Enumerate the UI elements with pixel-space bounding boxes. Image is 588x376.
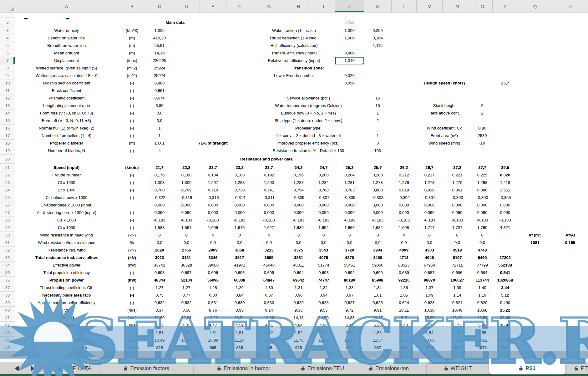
cell-Q23[interactable] xyxy=(518,179,552,186)
cell-Q11[interactable] xyxy=(518,87,552,94)
cell-K4[interactable]: 0,164 xyxy=(364,34,392,42)
cell-I23[interactable]: 1,284 xyxy=(312,179,335,186)
row-header-22[interactable]: 22 xyxy=(0,171,15,179)
cell-M44[interactable]: 13,08 xyxy=(417,337,443,344)
cell-E21[interactable]: 22,7 xyxy=(200,164,226,171)
cell-G33[interactable]: 3695 xyxy=(253,254,285,262)
cell-B45[interactable]: (m^3/s) xyxy=(118,344,146,352)
cell-K39[interactable]: 0,625 xyxy=(364,299,392,307)
cell-F40[interactable]: 8,95 xyxy=(226,307,253,314)
cell-R27[interactable] xyxy=(552,209,588,216)
row-header-40[interactable]: 40 xyxy=(0,307,15,314)
cell-I30[interactable]: 0 xyxy=(312,231,335,239)
cell-E24[interactable]: 0,719 xyxy=(200,186,226,194)
cell-G19[interactable]: Resistance fraction in % - Default = 100 xyxy=(253,147,364,155)
row-header-43[interactable]: 43 xyxy=(0,329,15,337)
cell-Q2[interactable] xyxy=(518,18,552,27)
cell-L22[interactable]: 0,212 xyxy=(392,171,417,179)
cell-B25[interactable]: (-) xyxy=(118,194,146,201)
cell-R21[interactable] xyxy=(552,164,588,171)
cell-D17[interactable] xyxy=(173,132,253,140)
cell-G14[interactable]: Bulbous bow (0 = No, 1 = Yes) xyxy=(253,109,364,117)
cell-J23[interactable]: 1,281 xyxy=(335,179,364,186)
cell-K8[interactable] xyxy=(364,64,518,72)
row-header-6[interactable]: 6 xyxy=(0,49,15,57)
cell-D34[interactable]: 36328 xyxy=(173,262,200,269)
cell-P16[interactable] xyxy=(493,124,518,132)
cell-B21[interactable]: (knots) xyxy=(118,164,146,171)
cell-E26[interactable]: 0,000 xyxy=(200,201,226,209)
cell-N21[interactable]: 27,2 xyxy=(443,164,472,171)
cell-M35[interactable]: 0,687 xyxy=(417,269,443,277)
sheet-tab-weight[interactable]: WEIGHT xyxy=(426,362,489,374)
cell-H40[interactable]: 9,33 xyxy=(285,307,312,314)
cell-L23[interactable]: 1,276 xyxy=(392,179,417,186)
cell-A17[interactable]: Number of propellers (1 - 4) xyxy=(15,132,118,140)
cell-J34[interactable]: 55451 xyxy=(335,262,364,269)
cell-B32[interactable]: (kN) xyxy=(118,246,146,254)
cell-Q45[interactable] xyxy=(518,344,552,352)
cell-I34[interactable]: 51774 xyxy=(312,262,335,269)
cell-G21[interactable]: 23,7 xyxy=(253,164,285,171)
cell-K45[interactable]: 987 xyxy=(364,344,392,352)
cell-D37[interactable]: 1,27 xyxy=(173,284,200,292)
column-header-O[interactable]: O xyxy=(472,0,493,13)
cell-J36[interactable]: 80189 xyxy=(335,277,364,284)
cell-K18[interactable]: 0 xyxy=(364,140,392,147)
cell-B15[interactable]: (-) xyxy=(118,117,146,124)
cell-O25[interactable]: -0,300 xyxy=(472,194,493,201)
cell-D30[interactable]: 0 xyxy=(173,231,200,239)
cell-M31[interactable]: 0,0 xyxy=(417,239,443,246)
cell-K16[interactable] xyxy=(364,124,392,132)
sheet-tab-emission-factors[interactable]: Emission factors xyxy=(99,362,193,374)
cell-F42[interactable]: 4,59 xyxy=(226,322,253,329)
cell-A5[interactable]: Breadth on water line xyxy=(15,42,118,49)
cell-H27[interactable]: 0,090 xyxy=(285,209,312,216)
cell-M40[interactable]: 10,30 xyxy=(417,307,443,314)
cell-J9[interactable]: 0,320 xyxy=(335,72,364,79)
tab-scroll-right-icon[interactable] xyxy=(31,366,35,371)
cell-N37[interactable]: 1,39 xyxy=(443,284,472,292)
cell-Q7[interactable] xyxy=(518,57,552,64)
row-header-41[interactable]: 41 xyxy=(0,314,15,322)
cell-P42[interactable]: 16,87 xyxy=(493,322,518,329)
cell-H26[interactable]: 0,000 xyxy=(285,201,312,209)
cell-I33[interactable]: 4075 xyxy=(312,254,335,262)
cell-D11[interactable] xyxy=(173,87,518,94)
cell-E22[interactable]: 0,184 xyxy=(200,171,226,179)
cell-R14[interactable] xyxy=(552,109,588,117)
cell-I22[interactable]: 0,200 xyxy=(312,171,335,179)
cell-Q30[interactable]: Af (m²) xyxy=(518,231,552,239)
row-header-36[interactable]: 36 xyxy=(0,277,15,284)
cell-G3[interactable]: Wake fraction (1 = calc.) xyxy=(253,27,335,34)
cell-J30[interactable]: 0 xyxy=(335,231,364,239)
row-header-2[interactable]: 2 xyxy=(0,18,15,27)
cell-Q32[interactable] xyxy=(518,246,552,254)
sheet-tab-emissions-in-harbor[interactable]: Emissions in harbor xyxy=(193,362,294,374)
cell-P39[interactable]: 0,490 xyxy=(493,299,518,307)
cell-L43[interactable]: 1,53 xyxy=(392,329,417,337)
cell-C30[interactable]: 0 xyxy=(146,231,173,239)
cell-K19[interactable]: 100 xyxy=(364,147,392,155)
cell-G8[interactable]: Transition zone: xyxy=(253,64,364,72)
cell-G27[interactable]: 0,090 xyxy=(253,209,285,216)
cell-B10[interactable]: (-) xyxy=(118,79,146,87)
cell-A2[interactable]: Main data xyxy=(15,18,335,27)
column-header-Q[interactable]: Q xyxy=(518,0,552,13)
cell-R32[interactable] xyxy=(552,246,588,254)
cell-O33[interactable]: 5460 xyxy=(472,254,493,262)
cell-C12[interactable]: 0,674 xyxy=(146,94,173,102)
cell-R40[interactable] xyxy=(552,307,588,314)
cell-R16[interactable] xyxy=(552,124,588,132)
cell-L38[interactable]: 1,05 xyxy=(392,292,417,299)
cell-C21[interactable]: 21,7 xyxy=(146,164,173,171)
cell-J38[interactable]: 0,97 xyxy=(335,292,364,299)
cell-L5[interactable] xyxy=(392,42,518,49)
cell-M28[interactable]: -0,183 xyxy=(417,216,443,224)
cell-R13[interactable] xyxy=(552,102,588,109)
cell-L28[interactable]: -0,183 xyxy=(392,216,417,224)
cell-L14[interactable] xyxy=(392,109,417,117)
cell-O26[interactable]: 0,000 xyxy=(472,201,493,209)
row-header-4[interactable]: 4 xyxy=(0,34,15,42)
cell-H21[interactable]: 24,2 xyxy=(285,164,312,171)
